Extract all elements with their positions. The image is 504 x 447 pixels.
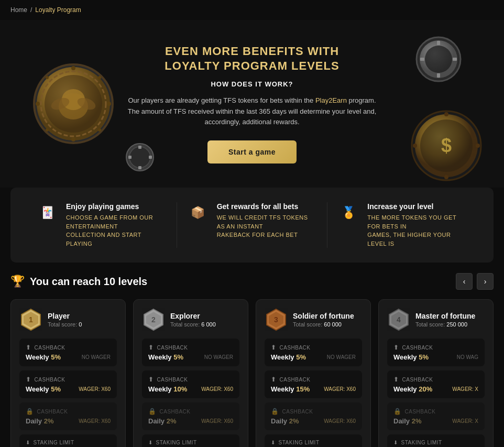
step-title-rewards: Get rewards for all bets	[217, 202, 317, 211]
star-icon: 🏅	[338, 202, 359, 223]
breadcrumb: Home / Loyalty Program	[0, 0, 504, 20]
level-badge-3: 3	[265, 308, 288, 331]
reward-label-4-3: 🔒 CASHBACK	[393, 408, 478, 415]
card-score-1: Total score: 0	[48, 321, 82, 328]
reward-bottom-3-2: Weekly 15% WAGER: X60	[271, 385, 356, 393]
reward-wager-4-3: WAGER: X	[452, 418, 478, 424]
staking-label-4: ⬇ STAKING LIMIT	[393, 440, 478, 445]
reward-pct: 2%	[44, 417, 54, 425]
start-game-button[interactable]: Start a game	[207, 140, 297, 163]
reward-label-4-1: ⬆ CASHBACK	[393, 344, 478, 351]
svg-text:1: 1	[29, 315, 33, 324]
reward-value-2-1: Weekly 5%	[148, 353, 183, 361]
staking-icon-2: ⬇	[148, 440, 153, 445]
level-card-1: 1 Player Total score: 0 ⬆ CASHBACK Weekl…	[10, 299, 126, 447]
step-text-rewards: Get rewards for all bets WE WILL CREDIT …	[217, 202, 317, 239]
reward-type-text: CASHBACK	[157, 377, 188, 383]
reward-bottom-2-3: Daily 2% WAGER: X60	[148, 417, 233, 425]
nav-buttons: ‹ ›	[456, 273, 494, 290]
card-header-1: 1 Player Total score: 0	[19, 308, 117, 331]
reward-value-3-1: Weekly 5%	[271, 353, 306, 361]
step-item-play: 🃏 Enjoy playing games CHOOSE A GAME FROM…	[26, 202, 177, 248]
svg-point-33	[444, 112, 448, 116]
hero-content: EVEN MORE BENEFITS WITHLOYALTY PROGRAM L…	[126, 44, 378, 164]
reward-value-4-3: Daily 2%	[393, 417, 421, 425]
reward-icon: 🔒	[271, 408, 279, 415]
staking-label-text-2: STAKING LIMIT	[156, 440, 197, 445]
staking-icon-4: ⬇	[393, 440, 398, 445]
staking-row-1: ⬇ STAKING LIMIT Play2Earn x 5 000	[19, 434, 117, 447]
svg-rect-28	[437, 73, 440, 78]
steps-section: 🃏 Enjoy playing games CHOOSE A GAME FROM…	[10, 188, 494, 263]
reward-label-1-2: ⬆ CASHBACK	[26, 376, 111, 383]
breadcrumb-home[interactable]: Home	[10, 6, 27, 14]
level-badge-4: 4	[387, 308, 410, 331]
staking-label-1: ⬇ STAKING LIMIT	[26, 440, 111, 445]
card-name-4: Master of fortune	[415, 312, 475, 320]
card-score-2: Total score: 6 000	[170, 321, 216, 328]
reward-icon: ⬆	[271, 376, 277, 383]
reward-row-1-1: ⬆ CASHBACK Weekly 5% NO WAGER	[19, 339, 117, 366]
reward-row-4-2: ⬆ CASHBACK Weekly 20% WAGER: X	[387, 370, 485, 398]
reward-icon: 🔒	[26, 408, 34, 415]
reward-label-1-1: ⬆ CASHBACK	[26, 344, 111, 351]
score-value-3: 60 000	[324, 321, 342, 328]
staking-label-text-1: STAKING LIMIT	[34, 440, 74, 445]
reward-value-2-3: Daily 2%	[148, 417, 176, 425]
reward-wager-3-2: WAGER: X60	[324, 386, 356, 392]
reward-icon: ⬆	[271, 344, 277, 351]
reward-wager-2-3: WAGER: X60	[201, 418, 233, 424]
svg-point-8	[71, 66, 75, 70]
reward-value-1-1: Weekly 5%	[26, 353, 61, 361]
svg-point-15	[98, 128, 101, 132]
reward-wager-3-1: NO WAGER	[327, 354, 356, 360]
svg-point-12	[46, 76, 49, 79]
reward-type-text: CASHBACK	[282, 409, 313, 415]
svg-point-35	[413, 144, 417, 148]
levels-title: 🏆 You can reach 10 levels	[10, 275, 147, 288]
staking-label-3: ⬇ STAKING LIMIT	[271, 440, 356, 445]
levels-section: 🏆 You can reach 10 levels ‹ › 1 Player T…	[10, 273, 494, 447]
svg-rect-26	[453, 58, 457, 61]
svg-point-9	[71, 137, 75, 141]
reward-type-text: CASHBACK	[402, 345, 433, 351]
reward-label-2-1: ⬆ CASHBACK	[148, 344, 233, 351]
reward-wager-1-1: NO WAGER	[82, 354, 111, 360]
step-desc-rewards: WE WILL CREDIT TFS TOKENS AS AN INSTANTR…	[217, 213, 317, 239]
svg-text:2: 2	[151, 315, 156, 324]
staking-row-4: ⬇ STAKING LIMIT Play2Earn x 8 000	[387, 434, 485, 447]
nav-prev-button[interactable]: ‹	[456, 273, 473, 290]
step-item-rewards: 📦 Get rewards for all bets WE WILL CREDI…	[177, 202, 328, 248]
nav-next-button[interactable]: ›	[477, 273, 494, 290]
reward-label-3-3: 🔒 CASHBACK	[271, 408, 356, 415]
card-info-3: Soldier of fortune Total score: 60 000	[293, 312, 354, 328]
score-value-4: 250 000	[446, 321, 467, 328]
reward-label-2-3: 🔒 CASHBACK	[148, 408, 233, 415]
card-info-4: Master of fortune Total score: 250 000	[415, 312, 475, 328]
reward-value-2-2: Weekly 10%	[148, 385, 187, 393]
reward-type-text: CASHBACK	[402, 377, 433, 383]
reward-label-3-1: ⬆ CASHBACK	[271, 344, 356, 351]
reward-type-text: CASHBACK	[157, 345, 188, 351]
reward-wager-2-2: WAGER: X60	[201, 386, 233, 392]
hero-desc: Our players are already getting TFS toke…	[126, 95, 378, 128]
reward-type-text: CASHBACK	[160, 409, 191, 415]
reward-pct: 5%	[51, 385, 61, 393]
reward-type-text: CASHBACK	[280, 345, 311, 351]
reward-icon: ⬆	[26, 376, 31, 383]
step-item-level: 🏅 Increase your level THE MORE TOKENS YO…	[327, 202, 478, 248]
hero-subtitle: HOW DOES IT WORK?	[126, 80, 378, 88]
reward-value-3-2: Weekly 15%	[271, 385, 310, 393]
reward-value-1-2: Weekly 5%	[26, 385, 61, 393]
reward-row-4-3: 🔒 CASHBACK Daily 2% WAGER: X	[387, 402, 485, 430]
reward-bottom-4-1: Weekly 5% NO WAG	[393, 353, 478, 361]
reward-row-2-2: ⬆ CASHBACK Weekly 10% WAGER: X60	[142, 370, 239, 398]
reward-icon: ⬆	[148, 344, 154, 351]
reward-value-1-3: Daily 2%	[26, 417, 53, 425]
reward-value-4-1: Weekly 5%	[393, 353, 429, 361]
reward-row-4-1: ⬆ CASHBACK Weekly 5% NO WAG	[387, 339, 485, 366]
reward-row-2-1: ⬆ CASHBACK Weekly 5% NO WAGER	[142, 339, 239, 366]
staking-label-text-4: STAKING LIMIT	[401, 440, 442, 445]
reward-pct: 20%	[419, 385, 432, 393]
card-score-4: Total score: 250 000	[415, 321, 475, 328]
